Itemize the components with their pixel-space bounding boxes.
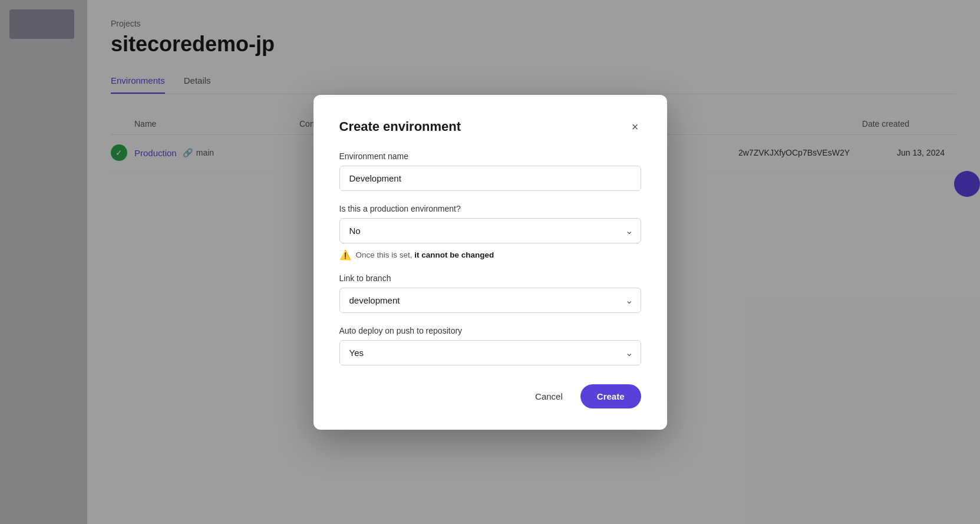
auto-deploy-select[interactable]: Yes No [339,340,641,365]
production-env-group: Is this a production environment? No Yes… [339,204,641,261]
create-environment-modal: Create environment × Environment name Is… [314,95,667,430]
branch-group: Link to branch development main ⌄ [339,273,641,313]
branch-select-wrapper: development main ⌄ [339,288,641,313]
production-select[interactable]: No Yes [339,218,641,243]
env-name-input[interactable] [339,166,641,191]
create-button[interactable]: Create [580,384,641,408]
branch-label: Link to branch [339,273,641,283]
cancel-button[interactable]: Cancel [526,385,572,407]
env-name-label: Environment name [339,151,641,161]
modal-footer: Cancel Create [339,384,641,408]
auto-deploy-label: Auto deploy on push to repository [339,326,641,335]
production-env-label: Is this a production environment? [339,204,641,213]
modal-title: Create environment [339,119,461,134]
env-name-group: Environment name [339,151,641,191]
production-select-wrapper: No Yes ⌄ [339,218,641,243]
modal-overlay: Create environment × Environment name Is… [0,0,980,524]
warning-icon: ⚠️ [339,249,351,261]
close-button[interactable]: × [629,118,641,135]
auto-deploy-select-wrapper: Yes No ⌄ [339,340,641,365]
auto-deploy-group: Auto deploy on push to repository Yes No… [339,326,641,365]
branch-select[interactable]: development main [339,288,641,313]
warning-text-content: Once this is set, it cannot be changed [356,251,494,259]
warning-message: ⚠️ Once this is set, it cannot be change… [339,249,641,261]
modal-header: Create environment × [339,118,641,135]
